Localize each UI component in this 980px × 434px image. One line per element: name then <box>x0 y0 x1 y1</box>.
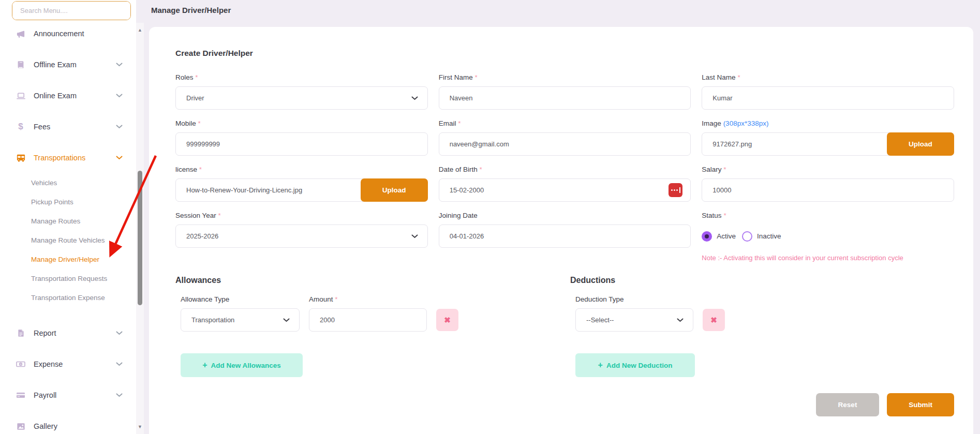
submenu-item-transportation-requests[interactable]: Transportation Requests <box>0 269 136 288</box>
content-card: Create Driver/Helper Roles * Driver Firs… <box>149 27 973 434</box>
submenu-item-manage-routes[interactable]: Manage Routes <box>0 212 136 231</box>
required-mark: * <box>723 166 726 173</box>
field-first-name: First Name * <box>439 73 691 110</box>
allowance-type-select[interactable]: Transportation <box>181 308 300 332</box>
chevron-down-icon <box>411 96 418 100</box>
deduction-type-select[interactable]: --Select-- <box>575 308 693 332</box>
mobile-label: Mobile * <box>175 119 428 128</box>
bus-icon <box>16 153 26 163</box>
license-label: license * <box>175 166 428 174</box>
required-mark: * <box>199 166 202 173</box>
scrollbar-thumb[interactable] <box>138 171 142 305</box>
required-mark: * <box>723 212 726 219</box>
add-allowance-button[interactable]: + Add New Allowances <box>181 353 303 377</box>
dob-input[interactable] <box>439 178 691 202</box>
field-license: license * Upload <box>175 166 428 202</box>
sidebar-item-announcement[interactable]: Announcement <box>0 18 136 49</box>
field-session-year: Session Year * 2025-2026 <box>175 212 428 262</box>
status-option-active[interactable]: Active <box>702 231 736 242</box>
image-label: Image (308px*338px) <box>702 119 954 128</box>
required-mark: * <box>218 212 221 219</box>
sidebar-item-expense[interactable]: Expense <box>0 349 136 380</box>
chevron-down-icon <box>411 234 418 238</box>
joining-date-input[interactable] <box>439 225 691 248</box>
chevron-down-icon <box>116 94 123 98</box>
sidebar-item-payroll[interactable]: Payroll <box>0 380 136 411</box>
submenu-item-transportation-expense[interactable]: Transportation Expense <box>0 288 136 307</box>
required-mark: * <box>458 119 461 127</box>
sidebar-item-fees[interactable]: $ Fees <box>0 111 136 142</box>
plus-icon: + <box>598 361 603 370</box>
image-upload-button[interactable]: Upload <box>887 132 954 156</box>
allowance-amount-input[interactable] <box>309 308 427 332</box>
status-label: Status * <box>702 212 954 220</box>
add-deduction-button[interactable]: + Add New Deduction <box>575 353 695 377</box>
datepicker-icon[interactable] <box>669 183 682 197</box>
sidebar-scrollbar[interactable]: ▲ ▼ <box>136 23 144 434</box>
sidebar: Announcement Offline Exam Online Exam $ … <box>0 0 136 434</box>
search-input[interactable] <box>12 2 130 20</box>
laptop-icon <box>16 91 26 101</box>
sidebar-item-online-exam[interactable]: Online Exam <box>0 80 136 111</box>
reset-button[interactable]: Reset <box>816 393 879 416</box>
mobile-input[interactable] <box>175 132 428 156</box>
field-last-name: Last Name * <box>702 73 954 110</box>
remove-allowance-button[interactable]: ✖ <box>436 309 458 331</box>
submit-button[interactable]: Submit <box>887 393 954 416</box>
field-joining-date: Joining Date <box>439 212 691 262</box>
remove-deduction-button[interactable]: ✖ <box>703 309 725 331</box>
deduction-type-label: Deduction Type <box>575 295 693 304</box>
sidebar-search-box <box>12 1 131 20</box>
sidebar-item-offline-exam[interactable]: Offline Exam <box>0 49 136 80</box>
allowances-title: Allowances <box>175 276 570 285</box>
allowance-deduction-sections: Allowances Allowance Type Transportation <box>175 276 954 377</box>
page-title: Manage Driver/Helper <box>151 6 231 14</box>
required-mark: * <box>474 73 477 81</box>
chevron-down-icon <box>116 393 123 397</box>
sidebar-item-label: Offline Exam <box>34 61 77 69</box>
salary-input[interactable] <box>702 178 954 202</box>
sidebar-item-gallery[interactable]: Gallery <box>0 411 136 434</box>
status-note: Note :- Activating this will consider in… <box>702 254 954 262</box>
salary-label: Salary * <box>702 166 954 174</box>
megaphone-icon <box>16 28 26 39</box>
scroll-up-icon[interactable]: ▲ <box>136 26 144 34</box>
book-icon <box>16 59 26 70</box>
sidebar-item-report[interactable]: Report <box>0 318 136 349</box>
card-icon <box>16 390 26 400</box>
first-name-input[interactable] <box>439 86 691 110</box>
x-icon: ✖ <box>710 316 717 325</box>
allowance-type-label: Allowance Type <box>181 295 300 304</box>
session-year-select[interactable]: 2025-2026 <box>175 225 428 248</box>
required-mark: * <box>335 295 337 303</box>
submenu-item-manage-driver-helper[interactable]: Manage Driver/Helper <box>0 250 136 269</box>
field-deduction-type: Deduction Type --Select-- <box>575 295 693 332</box>
sidebar-item-label: Online Exam <box>34 92 77 100</box>
submenu-item-vehicles[interactable]: Vehicles <box>0 173 136 192</box>
deductions-section: Deductions Deduction Type --Select-- <box>570 276 954 377</box>
sidebar-item-transportations[interactable]: Transportations <box>0 142 136 173</box>
image-upload-group: Upload <box>702 132 954 156</box>
dollar-icon: $ <box>16 122 26 132</box>
required-mark: * <box>195 73 198 81</box>
dob-input-wrap <box>439 178 691 202</box>
roles-select[interactable]: Driver <box>175 86 428 110</box>
report-icon <box>16 328 26 338</box>
sidebar-item-label: Announcement <box>34 29 84 38</box>
submenu-item-pickup-points[interactable]: Pickup Points <box>0 192 136 212</box>
chevron-down-icon <box>116 63 123 67</box>
sidebar-nav: Announcement Offline Exam Online Exam $ … <box>0 18 136 434</box>
field-mobile: Mobile * <box>175 119 428 156</box>
status-radio-group: Active Inactive <box>702 225 954 248</box>
license-upload-group: Upload <box>175 178 428 202</box>
last-name-input[interactable] <box>702 86 954 110</box>
license-upload-button[interactable]: Upload <box>361 178 428 202</box>
email-input[interactable] <box>439 132 691 156</box>
status-option-inactive[interactable]: Inactive <box>742 231 781 242</box>
scroll-down-icon[interactable]: ▼ <box>136 423 144 431</box>
first-name-label: First Name * <box>439 73 691 82</box>
radio-unselected-icon <box>742 231 752 242</box>
submenu-item-manage-route-vehicles[interactable]: Manage Route Vehicles <box>0 231 136 250</box>
field-status: Status * Active Inactive Note :- Activat… <box>702 212 954 262</box>
field-email: Email * <box>439 119 691 156</box>
